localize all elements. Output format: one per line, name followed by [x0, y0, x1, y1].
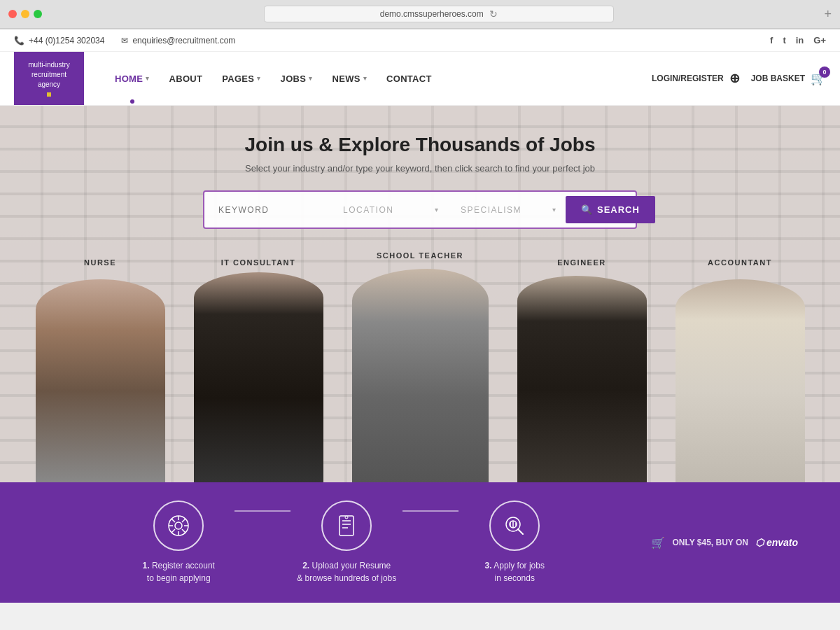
basket-label: JOB BASKET: [751, 74, 805, 83]
nav-pages-label: PAGES: [222, 74, 254, 84]
person-figure-it-consultant: [194, 272, 323, 482]
step-1-icon-wrap: [153, 500, 204, 551]
step-1-icon: [166, 513, 191, 538]
logo-line3: agency: [24, 80, 74, 90]
search-button[interactable]: 🔍 SEARCH: [566, 196, 655, 223]
specialism-select[interactable]: SPECIALISM: [451, 198, 563, 222]
envato-name: envato: [766, 537, 798, 548]
dot-yellow[interactable]: [21, 10, 29, 18]
browser-new-tab-button[interactable]: +: [824, 7, 832, 22]
svg-line-17: [518, 529, 523, 534]
step-2: 2. Upload your Resume & browse hundreds …: [290, 500, 402, 584]
step-3: 3. Apply for jobs in seconds: [458, 500, 570, 584]
nav-home-arrow: ▾: [146, 75, 149, 82]
promo-cart-icon: 🛒: [651, 536, 665, 550]
person-label-engineer: ENGINEER: [557, 258, 606, 267]
search-bar: LOCATION ▾ SPECIALISM ▾ 🔍 SEARCH: [203, 190, 637, 229]
google-plus-icon[interactable]: G+: [813, 35, 826, 46]
svg-line-8: [182, 519, 186, 522]
job-basket-button[interactable]: JOB BASKET 🛒 0: [751, 71, 826, 86]
logo-line2: recruitment: [24, 70, 74, 80]
logo[interactable]: multi-industry recruitment agency: [14, 52, 84, 105]
hero-text: Join us & Explore Thousands of Jobs Sele…: [245, 106, 596, 174]
login-register-button[interactable]: LOGIN/REGISTER ⊕: [652, 71, 740, 86]
nav-about-label: ABOUT: [169, 74, 203, 84]
envato-bird-icon: ⬡: [755, 537, 764, 548]
nav-home-label: HOME: [115, 74, 143, 84]
main-navigation: HOME ▾ ABOUT PAGES ▾ JOBS ▾ NEWS ▾ CONTA…: [105, 54, 652, 104]
step-3-sublabel: in seconds: [485, 572, 545, 584]
browser-chrome: demo.cmssuperheroes.com ↻ +: [0, 0, 840, 29]
top-bar: 📞 +44 (0)1254 302034 ✉ enquiries@recruit…: [0, 29, 840, 52]
person-it-consultant: IT CONSULTANT: [194, 258, 323, 482]
nav-item-home[interactable]: HOME ▾: [105, 54, 160, 104]
step-line-2: [402, 510, 458, 512]
footer-strip: 1. Register account to begin applying 2.…: [0, 482, 840, 603]
browser-titlebar: demo.cmssuperheroes.com ↻ +: [0, 0, 840, 29]
phone-number: +44 (0)1254 302034: [29, 36, 104, 46]
hero-title: Join us & Explore Thousands of Jobs: [245, 134, 596, 156]
svg-line-6: [172, 519, 175, 522]
person-accountant: ACCOUNTANT: [676, 258, 805, 482]
browser-reload-icon[interactable]: ↻: [489, 8, 498, 20]
dot-red[interactable]: [8, 10, 17, 18]
step-2-icon: [334, 513, 359, 538]
nav-item-pages[interactable]: PAGES ▾: [212, 54, 270, 104]
nav-pages-arrow: ▾: [257, 75, 260, 82]
logo-accent-dot: [47, 92, 51, 97]
person-label-accountant: ACCOUNTANT: [708, 258, 772, 267]
facebook-icon[interactable]: f: [770, 35, 773, 46]
step-3-text: 3. Apply for jobs in seconds: [485, 559, 545, 584]
email-address: enquiries@recruitment.com: [132, 36, 235, 46]
browser-address-bar[interactable]: demo.cmssuperheroes.com ↻: [264, 6, 614, 22]
hero-subtitle: Select your industry and/or type your ke…: [245, 163, 596, 174]
nav-item-news[interactable]: NEWS ▾: [323, 54, 377, 104]
browser-dots: [8, 10, 42, 18]
step-1-number: 1.: [143, 561, 150, 570]
email-icon: ✉: [121, 36, 128, 46]
nav-item-jobs[interactable]: JOBS ▾: [271, 54, 323, 104]
footer-promo[interactable]: 🛒 ONLY $45, BUY ON ⬡ envato: [651, 536, 798, 550]
login-label: LOGIN/REGISTER: [652, 74, 724, 83]
person-figure-accountant: [676, 279, 805, 482]
linkedin-icon[interactable]: in: [796, 35, 804, 46]
nav-item-about[interactable]: ABOUT: [160, 54, 213, 104]
step-line-1: [234, 510, 290, 512]
nav-item-contact[interactable]: CONTACT: [377, 54, 442, 104]
dot-green[interactable]: [34, 10, 42, 18]
phone-contact: 📞 +44 (0)1254 302034: [14, 36, 104, 46]
step-3-icon-wrap: [489, 500, 540, 551]
search-icon: 🔍: [581, 204, 593, 215]
person-label-nurse: NURSE: [84, 258, 116, 267]
logo-line1: multi-industry: [24, 60, 74, 70]
step-2-label: Upload your Resume: [312, 561, 391, 570]
nav-news-label: NEWS: [332, 74, 360, 84]
person-engineer: ENGINEER: [517, 258, 647, 482]
promo-text: ONLY $45, BUY ON: [672, 538, 748, 547]
step-3-icon: [502, 513, 527, 538]
location-select[interactable]: LOCATION: [333, 198, 445, 222]
step-1: 1. Register account to begin applying: [122, 500, 234, 584]
step-2-sublabel: & browse hundreds of jobs: [297, 572, 396, 584]
step-2-text: 2. Upload your Resume & browse hundreds …: [297, 559, 396, 584]
nav-contact-label: CONTACT: [386, 74, 432, 84]
search-button-label: SEARCH: [597, 204, 640, 215]
step-3-number: 3.: [485, 561, 492, 570]
svg-line-7: [182, 529, 186, 533]
svg-line-9: [172, 529, 175, 533]
twitter-icon[interactable]: t: [783, 35, 785, 46]
person-figure-engineer: [517, 276, 647, 482]
step-2-number: 2.: [302, 561, 309, 570]
svg-point-1: [175, 522, 182, 529]
basket-icon-wrap: 🛒 0: [811, 71, 826, 86]
keyword-input[interactable]: [209, 198, 328, 222]
basket-count: 0: [819, 66, 830, 78]
email-contact: ✉ enquiries@recruitment.com: [121, 36, 235, 46]
phone-icon: 📞: [14, 36, 24, 46]
hero-people: NURSE IT CONSULTANT SCHOOL TEACHER ENGIN…: [0, 237, 840, 482]
location-select-wrap: LOCATION ▾: [333, 198, 445, 222]
specialism-select-wrap: SPECIALISM ▾: [451, 198, 563, 222]
top-bar-left: 📞 +44 (0)1254 302034 ✉ enquiries@recruit…: [14, 36, 235, 46]
browser-url: demo.cmssuperheroes.com: [380, 9, 484, 19]
steps-section: 1. Register account to begin applying 2.…: [42, 500, 651, 584]
